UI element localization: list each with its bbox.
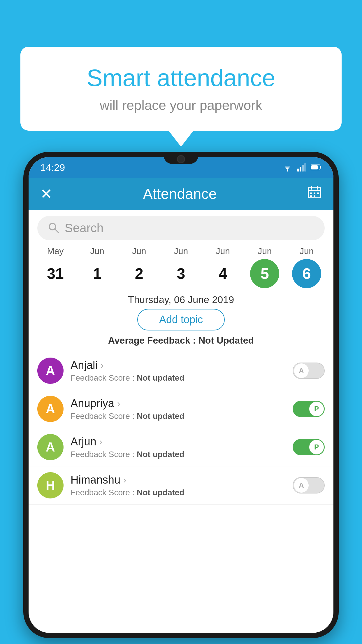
date-month-2: Jun [132, 246, 146, 256]
app-bar-title: Attendance [143, 186, 217, 202]
chevron-icon-2: › [99, 436, 103, 447]
student-feedback-3: Feedback Score : Not updated [71, 488, 293, 497]
student-avatar-2: A [37, 434, 64, 460]
status-icons [282, 163, 322, 172]
svg-rect-10 [311, 186, 312, 190]
date-month-0: May [47, 246, 64, 256]
svg-rect-3 [302, 165, 304, 172]
student-avatar-0: A [37, 358, 64, 384]
status-time: 14:29 [40, 162, 65, 173]
svg-rect-9 [308, 190, 321, 191]
student-name-3: Himanshu › [71, 474, 293, 486]
feedback-value-2: Not updated [137, 450, 184, 459]
student-item-3[interactable]: HHimanshu ›Feedback Score : Not updatedA [29, 466, 333, 505]
feedback-value-1: Not updated [137, 412, 184, 421]
svg-rect-7 [311, 165, 318, 169]
feedback-value-3: Not updated [137, 488, 184, 497]
svg-rect-12 [310, 192, 312, 194]
add-topic-button[interactable]: Add topic [137, 309, 225, 330]
attendance-toggle-3[interactable]: A [293, 477, 325, 494]
student-item-2[interactable]: AArjun ›Feedback Score : Not updatedP [29, 428, 333, 466]
toggle-knob-0: A [294, 363, 309, 378]
student-avatar-1: A [37, 396, 64, 422]
student-info-3: Himanshu ›Feedback Score : Not updated [71, 474, 293, 497]
attendance-toggle-2[interactable]: P [293, 439, 325, 455]
svg-line-18 [55, 229, 58, 232]
student-name-0: Anjali › [71, 359, 293, 372]
svg-rect-1 [297, 169, 299, 172]
date-month-3: Jun [174, 246, 188, 256]
attendance-toggle-1[interactable]: P [293, 401, 325, 417]
date-num-4: 4 [208, 259, 238, 288]
toggle-knob-3: A [294, 478, 309, 493]
svg-rect-2 [300, 167, 301, 172]
avg-feedback: Average Feedback : Not Updated [29, 335, 333, 346]
camera [177, 155, 185, 163]
date-strip: May31Jun1Jun2Jun3Jun4Jun5Jun6 [29, 246, 333, 288]
app-bar: ✕ Attendance [29, 178, 333, 210]
search-icon [48, 222, 59, 234]
student-name-1: Anupriya › [71, 397, 293, 410]
student-item-0[interactable]: AAnjali ›Feedback Score : Not updatedA [29, 352, 333, 390]
calendar-icon[interactable] [307, 185, 322, 203]
toggle-knob-2: P [309, 440, 324, 455]
svg-rect-6 [320, 166, 321, 169]
speech-bubble-subtitle: will replace your paperwork [44, 97, 318, 113]
date-cell-6[interactable]: Jun6 [289, 246, 324, 288]
svg-point-0 [287, 170, 288, 172]
student-info-0: Anjali ›Feedback Score : Not updated [71, 359, 293, 383]
phone-screen: 14:29 [29, 157, 333, 633]
date-cell-2[interactable]: Jun2 [122, 246, 157, 288]
date-cell-3[interactable]: Jun3 [164, 246, 198, 288]
svg-rect-16 [314, 195, 315, 197]
selected-date-label: Thursday, 06 June 2019 [29, 294, 333, 305]
svg-rect-15 [310, 195, 312, 197]
chevron-icon-0: › [101, 360, 104, 371]
student-info-2: Arjun ›Feedback Score : Not updated [71, 435, 293, 459]
avg-feedback-label: Average Feedback : [108, 335, 198, 346]
battery-icon [311, 164, 322, 171]
student-feedback-0: Feedback Score : Not updated [71, 373, 293, 383]
feedback-value-0: Not updated [137, 373, 184, 382]
student-list: AAnjali ›Feedback Score : Not updatedAAA… [29, 352, 333, 505]
phone-notch [164, 152, 198, 164]
date-num-5: 5 [250, 259, 279, 288]
student-avatar-3: H [37, 472, 64, 498]
speech-bubble-container: Smart attendance will replace your paper… [20, 47, 342, 131]
student-feedback-2: Feedback Score : Not updated [71, 450, 293, 459]
speech-bubble-title: Smart attendance [44, 64, 318, 92]
signal-icon [297, 163, 306, 172]
date-num-6: 6 [292, 259, 321, 288]
date-cell-0[interactable]: May31 [38, 246, 73, 288]
wifi-icon [282, 163, 293, 172]
attendance-toggle-0[interactable]: A [293, 363, 325, 379]
svg-rect-11 [317, 186, 318, 190]
date-month-6: Jun [300, 246, 314, 256]
date-num-1: 1 [83, 259, 112, 288]
date-month-5: Jun [258, 246, 272, 256]
search-bar[interactable]: Search [37, 216, 325, 240]
student-item-1[interactable]: AAnupriya ›Feedback Score : Not updatedP [29, 390, 333, 428]
chevron-icon-1: › [117, 398, 120, 409]
date-cell-5[interactable]: Jun5 [247, 246, 282, 288]
svg-rect-14 [317, 192, 319, 194]
svg-rect-13 [314, 192, 315, 194]
student-name-2: Arjun › [71, 435, 293, 448]
student-info-1: Anupriya ›Feedback Score : Not updated [71, 397, 293, 421]
search-input[interactable]: Search [65, 221, 314, 235]
close-icon[interactable]: ✕ [40, 186, 52, 202]
date-num-2: 2 [124, 259, 154, 288]
student-feedback-1: Feedback Score : Not updated [71, 412, 293, 421]
phone-frame: 14:29 [23, 152, 339, 638]
avg-feedback-value: Not Updated [198, 335, 254, 346]
toggle-knob-1: P [309, 401, 324, 416]
chevron-icon-3: › [123, 475, 126, 485]
date-month-4: Jun [216, 246, 230, 256]
date-num-0: 31 [41, 259, 70, 288]
date-cell-4[interactable]: Jun4 [205, 246, 240, 288]
speech-bubble: Smart attendance will replace your paper… [20, 47, 342, 131]
date-cell-1[interactable]: Jun1 [80, 246, 115, 288]
date-num-3: 3 [166, 259, 196, 288]
svg-rect-4 [304, 163, 306, 172]
date-month-1: Jun [90, 246, 104, 256]
